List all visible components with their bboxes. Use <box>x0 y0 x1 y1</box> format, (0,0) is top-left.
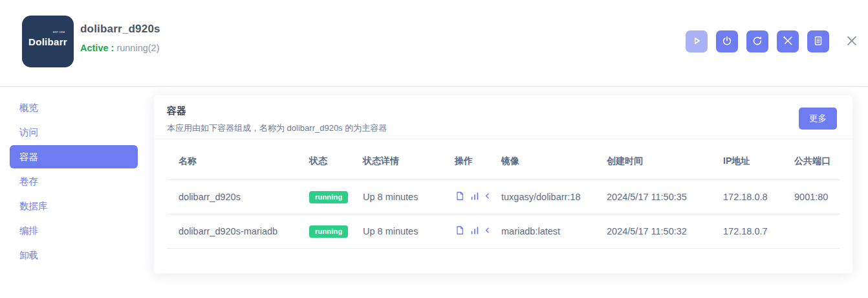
column-created: 创建时间 <box>595 139 711 180</box>
cell-status-detail: Up 8 minutes <box>351 214 443 249</box>
close-icon <box>845 34 859 50</box>
status-label: Active : <box>80 43 114 53</box>
code-brackets-icon <box>484 190 490 203</box>
card-title: 容器 <box>167 105 840 117</box>
page-title: dolibarr_d920s <box>80 23 160 36</box>
more-button[interactable]: 更多 <box>799 108 837 130</box>
sidebar-item-volumes[interactable]: 卷存 <box>0 169 154 194</box>
app-header: DolibarrERP CRM dolibarr_d920s Active :r… <box>0 0 868 86</box>
cell-created: 2024/5/17 11:50:32 <box>595 214 711 249</box>
header-actions <box>686 30 860 52</box>
cell-status-detail: Up 8 minutes <box>351 180 443 214</box>
cell-container-name: dolibarr_d920s <box>167 180 298 214</box>
cell-image: mariadb:latest <box>490 214 595 249</box>
sidebar-item-compose[interactable]: 编排 <box>0 218 154 243</box>
status-line: Active :running(2) <box>80 43 160 53</box>
row-actions <box>455 225 490 238</box>
containers-card: 容器 本应用由如下容器组成，名称为 dolibarr_d920s 的为主容器 更… <box>154 95 852 273</box>
card-header: 容器 本应用由如下容器组成，名称为 dolibarr_d920s 的为主容器 更… <box>154 95 852 139</box>
cell-image: tuxgasy/dolibarr:18 <box>490 180 595 214</box>
dolibarr-logo: DolibarrERP CRM <box>22 16 74 67</box>
title-block: dolibarr_d920s Active :running(2) <box>80 23 160 53</box>
status-value: running(2) <box>116 43 159 53</box>
status-badge: running <box>309 225 348 238</box>
sidebar-item-uninstall[interactable]: 卸载 <box>0 243 154 268</box>
cell-created: 2024/5/17 11:50:35 <box>595 180 711 214</box>
cell-ip: 172.18.0.8 <box>711 180 783 214</box>
column-status: 状态 <box>298 139 351 180</box>
column-name: 名称 <box>167 139 298 180</box>
app-detail-page: { "header": { "logo_text": "Dolibarr", "… <box>0 0 868 298</box>
restart-button[interactable] <box>746 30 768 52</box>
sidebar-item-access[interactable]: 访问 <box>0 120 154 144</box>
sidebar: 概览 访问 容器 卷存 数据库 编排 卸载 <box>0 95 154 268</box>
restart-icon <box>752 35 763 49</box>
close-button[interactable] <box>843 33 860 50</box>
container-stats-button[interactable] <box>470 225 480 238</box>
cell-ports <box>783 214 840 249</box>
container-logs-button[interactable] <box>455 190 465 203</box>
file-icon <box>455 190 465 203</box>
cell-ip: 172.18.0.7 <box>711 214 783 249</box>
logs-button[interactable] <box>807 30 829 52</box>
containers-table: 名称 状态 状态详情 操作 镜像 创建时间 IP地址 公共端口 dolibarr… <box>167 139 840 249</box>
repair-button[interactable] <box>777 30 799 52</box>
column-status-detail: 状态详情 <box>351 139 443 180</box>
cell-ports: 9001:80 <box>783 180 840 214</box>
container-stats-button[interactable] <box>470 190 480 203</box>
bar-chart-icon <box>470 190 480 203</box>
column-ports: 公共端口 <box>783 139 840 180</box>
sidebar-item-containers[interactable]: 容器 <box>10 145 138 168</box>
card-description: 本应用由如下容器组成，名称为 dolibarr_d920s 的为主容器 <box>167 122 840 134</box>
bar-chart-icon <box>470 225 480 238</box>
header-divider <box>0 86 868 87</box>
logs-document-icon <box>812 35 824 49</box>
container-terminal-button[interactable] <box>484 225 490 238</box>
container-logs-button[interactable] <box>455 225 465 238</box>
repair-tools-icon <box>782 35 794 49</box>
dolibarr-logo-text: Dolibarr <box>28 36 67 47</box>
container-terminal-button[interactable] <box>484 190 490 203</box>
power-button[interactable] <box>716 30 738 52</box>
column-actions: 操作 <box>443 139 490 180</box>
dolibarr-logo-sup: ERP CRM <box>53 30 65 34</box>
status-badge: running <box>309 191 348 203</box>
column-image: 镜像 <box>490 139 595 180</box>
code-brackets-icon <box>484 225 490 238</box>
play-icon <box>691 35 702 49</box>
column-ip: IP地址 <box>711 139 783 180</box>
table-header-row: 名称 状态 状态详情 操作 镜像 创建时间 IP地址 公共端口 <box>167 139 840 180</box>
sidebar-item-database[interactable]: 数据库 <box>0 194 154 218</box>
table-row: dolibarr_d920s-mariadb running Up 8 minu… <box>167 214 840 249</box>
power-icon <box>721 35 733 49</box>
start-button[interactable] <box>686 30 708 52</box>
row-actions <box>455 190 490 203</box>
sidebar-item-overview[interactable]: 概览 <box>0 95 154 120</box>
file-icon <box>455 225 465 238</box>
cell-container-name: dolibarr_d920s-mariadb <box>167 214 298 249</box>
table-row: dolibarr_d920s running Up 8 minutes <box>167 180 840 214</box>
